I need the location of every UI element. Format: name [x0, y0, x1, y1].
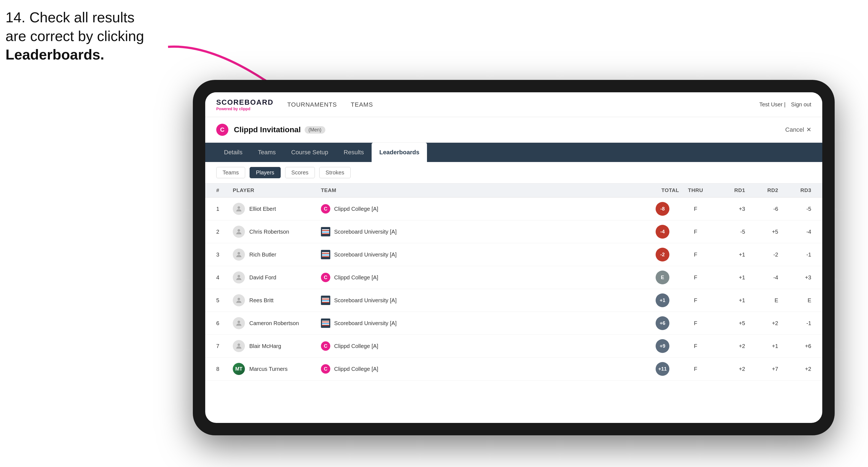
- col-pos: #: [216, 187, 233, 193]
- tab-leaderboards[interactable]: Leaderboards: [372, 143, 427, 162]
- tab-details[interactable]: Details: [216, 143, 250, 162]
- col-rd2: RD2: [745, 187, 778, 193]
- svg-point-4: [238, 275, 240, 277]
- table-header-row: # PLAYER TEAM TOTAL THRU RD1 RD2 RD3: [205, 184, 822, 197]
- row-player: Rich Butler: [233, 249, 321, 261]
- col-rd1: RD1: [712, 187, 745, 193]
- row-rd2: -4: [745, 274, 778, 281]
- row-rd1: +5: [712, 320, 745, 326]
- row-pos: 3: [216, 252, 233, 258]
- row-rd1: +1: [712, 297, 745, 304]
- row-player: Cameron Robertson: [233, 317, 321, 329]
- col-thru: THRU: [679, 187, 712, 193]
- row-rd3: +3: [778, 274, 811, 281]
- tab-results[interactable]: Results: [336, 143, 372, 162]
- filter-teams[interactable]: Teams: [216, 167, 245, 178]
- score-badge: -2: [656, 248, 670, 261]
- row-pos: 6: [216, 320, 233, 326]
- row-team: Scoreboard University [A]: [321, 295, 646, 305]
- row-thru: F: [679, 252, 712, 258]
- instruction-text: 14. Check all results are correct by cli…: [5, 8, 144, 64]
- row-player: MT Marcus Turners: [233, 363, 321, 375]
- row-player: Rees Britt: [233, 294, 321, 306]
- nav-links: TOURNAMENTS TEAMS: [287, 99, 760, 111]
- row-rd1: +2: [712, 343, 745, 349]
- row-team: Scoreboard University [A]: [321, 250, 646, 259]
- filter-strokes[interactable]: Strokes: [319, 167, 351, 178]
- nav-teams[interactable]: TEAMS: [351, 99, 373, 111]
- row-rd2: -6: [745, 206, 778, 212]
- table-row: 6 Cameron Robertson Scoreboard Universit…: [205, 312, 822, 335]
- row-total: +9: [646, 339, 679, 353]
- row-rd1: +1: [712, 252, 745, 258]
- svg-point-2: [238, 229, 240, 232]
- team-logo: C: [321, 341, 330, 351]
- row-rd3: +2: [778, 366, 811, 372]
- row-rd1: +2: [712, 366, 745, 372]
- logo-sub: Powered by clippd: [216, 106, 274, 111]
- table-row: 5 Rees Britt Scoreboard University [A] +…: [205, 289, 822, 312]
- row-thru: F: [679, 297, 712, 304]
- team-logo: C: [321, 273, 330, 282]
- col-team: TEAM: [321, 187, 646, 193]
- cancel-button[interactable]: Cancel ✕: [785, 126, 811, 133]
- row-pos: 1: [216, 206, 233, 212]
- team-logo: [321, 227, 330, 237]
- nav-tournaments[interactable]: TOURNAMENTS: [287, 99, 337, 111]
- row-rd1: +3: [712, 206, 745, 212]
- row-thru: F: [679, 343, 712, 349]
- score-badge: +1: [656, 293, 670, 307]
- svg-point-7: [238, 344, 240, 346]
- row-total: -4: [646, 225, 679, 239]
- avatar: [233, 203, 245, 215]
- team-logo: [321, 295, 330, 305]
- logo-area: SCOREBOARD Powered by clippd: [216, 98, 274, 111]
- row-rd3: E: [778, 297, 811, 304]
- svg-point-3: [238, 252, 240, 255]
- team-logo: [321, 250, 330, 259]
- row-team: C Clippd College [A]: [321, 341, 646, 351]
- table-row: 1 Elliot Ebert C Clippd College [A] -8 F…: [205, 197, 822, 220]
- row-pos: 4: [216, 274, 233, 281]
- tablet-screen: SCOREBOARD Powered by clippd TOURNAMENTS…: [205, 92, 822, 423]
- row-rd1: -5: [712, 229, 745, 235]
- avatar: [233, 249, 245, 261]
- row-team: C Clippd College [A]: [321, 273, 646, 282]
- tournament-badge: (Men): [305, 126, 325, 134]
- score-badge: -8: [656, 202, 670, 216]
- row-player: Elliot Ebert: [233, 203, 321, 215]
- row-thru: F: [679, 366, 712, 372]
- tab-bar: Details Teams Course Setup Results Leade…: [205, 143, 822, 162]
- table-row: 3 Rich Butler Scoreboard University [A] …: [205, 243, 822, 266]
- sign-out-link[interactable]: Sign out: [791, 101, 811, 108]
- row-rd3: -1: [778, 252, 811, 258]
- row-team: C Clippd College [A]: [321, 204, 646, 214]
- avatar: [233, 226, 245, 238]
- tournament-header: C Clippd Invitational (Men) Cancel ✕: [205, 117, 822, 143]
- leaderboard-table: # PLAYER TEAM TOTAL THRU RD1 RD2 RD3 1 E…: [205, 184, 822, 423]
- row-thru: F: [679, 274, 712, 281]
- row-pos: 7: [216, 343, 233, 349]
- col-total: TOTAL: [646, 187, 679, 193]
- team-logo: C: [321, 364, 330, 374]
- tab-teams[interactable]: Teams: [250, 143, 283, 162]
- nav-user: Test User |: [759, 101, 785, 108]
- row-pos: 5: [216, 297, 233, 304]
- row-player: David Ford: [233, 271, 321, 283]
- filter-scores[interactable]: Scores: [285, 167, 315, 178]
- row-rd2: +1: [745, 343, 778, 349]
- row-rd3: -1: [778, 320, 811, 326]
- row-rd1: +1: [712, 274, 745, 281]
- table-row: 4 David Ford C Clippd College [A] E F +1…: [205, 266, 822, 289]
- filter-players[interactable]: Players: [250, 167, 281, 178]
- row-rd3: -4: [778, 229, 811, 235]
- team-logo: C: [321, 204, 330, 214]
- score-badge: -4: [656, 225, 670, 239]
- row-team: C Clippd College [A]: [321, 364, 646, 374]
- tournament-logo: C: [216, 124, 228, 136]
- tab-course-setup[interactable]: Course Setup: [283, 143, 336, 162]
- row-total: E: [646, 271, 679, 284]
- score-badge: +9: [656, 339, 670, 353]
- table-row: 2 Chris Robertson Scoreboard University …: [205, 220, 822, 243]
- avatar: [233, 294, 245, 306]
